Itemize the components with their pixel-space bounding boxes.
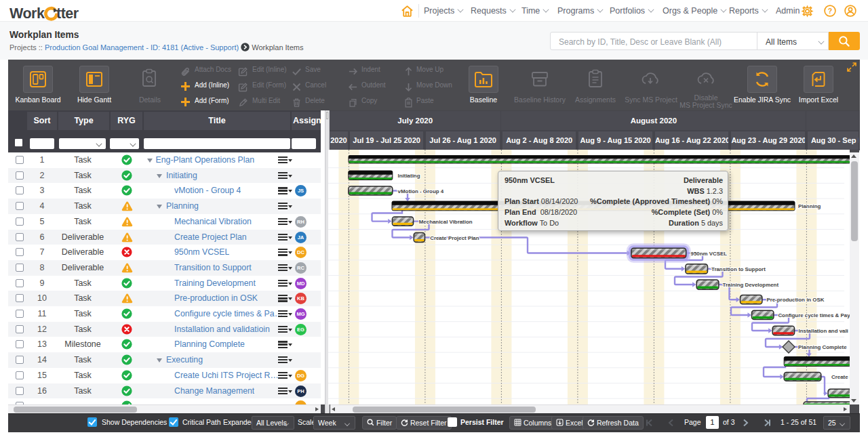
svg-text:Create L: Create L: [831, 374, 850, 380]
svg-text:Planning Complete: Planning Complete: [798, 344, 847, 350]
svg-text:Initiating: Initiating: [398, 173, 420, 179]
svg-text:Planning: Planning: [798, 203, 821, 209]
svg-text:vMotion - Group 4: vMotion - Group 4: [398, 188, 444, 194]
svg-text:Work: Work: [9, 5, 45, 22]
svg-text:Mechanical Vibration: Mechanical Vibration: [419, 219, 473, 225]
svg-text:Configure cycle times & Pay: Configure cycle times & Pay: [778, 312, 850, 318]
svg-text:950nm VCSEL: 950nm VCSEL: [691, 251, 728, 257]
svg-text:?: ?: [828, 7, 832, 15]
svg-text:Installation and vali: Installation and vali: [799, 328, 848, 334]
svg-text:Training Development: Training Development: [723, 282, 779, 288]
svg-text:Transition to Support: Transition to Support: [711, 266, 766, 272]
svg-text:Pre-production in OSK: Pre-production in OSK: [766, 297, 824, 303]
svg-text:Create Project Plan: Create Project Plan: [430, 235, 479, 241]
svg-text:tter: tter: [56, 5, 79, 22]
